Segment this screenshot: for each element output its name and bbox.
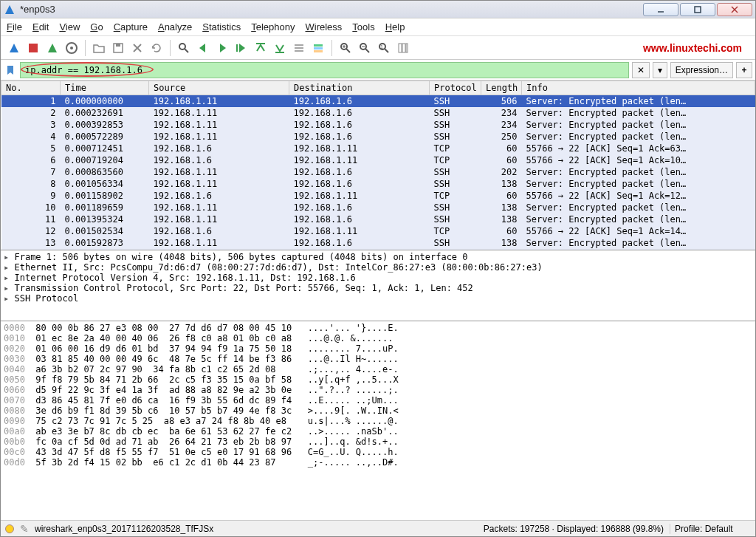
svg-rect-33	[402, 44, 405, 52]
menu-go[interactable]: Go	[90, 21, 103, 33]
menu-wireless[interactable]: Wireless	[306, 21, 343, 33]
colorize-icon[interactable]	[309, 39, 327, 57]
svg-line-23	[346, 49, 350, 52]
column-header[interactable]: Source	[149, 81, 289, 95]
menu-view[interactable]: View	[59, 21, 80, 33]
go-last-icon[interactable]	[271, 39, 289, 57]
svg-rect-19	[314, 44, 323, 47]
open-file-icon[interactable]	[90, 39, 108, 57]
close-file-icon[interactable]	[128, 39, 146, 57]
detail-line[interactable]: SSH Protocol	[4, 293, 752, 304]
reload-file-icon[interactable]	[148, 39, 165, 57]
external-link[interactable]: www.linuxtechi.com	[643, 42, 751, 54]
titlebar: *enp0s3	[1, 1, 755, 18]
detail-line[interactable]: Transmission Control Protocol, Src Port:…	[4, 283, 752, 293]
zoom-reset-icon[interactable]: 1	[375, 39, 393, 57]
detail-line[interactable]: Internet Protocol Version 4, Src: 192.16…	[4, 273, 752, 283]
expression-button[interactable]: Expression…	[670, 62, 733, 78]
menu-tools[interactable]: Tools	[352, 21, 374, 33]
svg-rect-4	[29, 44, 38, 52]
packet-row[interactable]: 80.001056334192.168.1.11192.168.1.6SSH13…	[1, 178, 755, 190]
bookmark-icon[interactable]	[4, 64, 17, 77]
save-file-icon[interactable]	[109, 39, 127, 57]
status-packets: Packets: 197258 · Displayed: 196888 (99.…	[484, 524, 664, 534]
hex-view[interactable]: 0000 80 00 0b 86 27 e3 08 00 27 7d d6 d7…	[1, 321, 755, 520]
menu-help[interactable]: Help	[385, 21, 405, 33]
packet-row[interactable]: 20.000232691192.168.1.11192.168.1.6SSH23…	[1, 107, 755, 119]
svg-point-6	[70, 47, 73, 49]
packet-row[interactable]: 50.000712451192.168.1.6192.168.1.11TCP60…	[1, 143, 755, 154]
close-button[interactable]	[717, 3, 752, 16]
column-header[interactable]: Protocol	[430, 81, 481, 95]
status-profile[interactable]: Profile: Default	[670, 524, 751, 534]
column-header[interactable]: Time	[61, 81, 149, 95]
window-title: *enp0s3	[20, 4, 643, 15]
packet-row[interactable]: 40.000572289192.168.1.11192.168.1.6SSH25…	[1, 131, 755, 143]
jump-to-packet-icon[interactable]	[233, 39, 250, 57]
zoom-in-icon[interactable]	[337, 39, 354, 57]
detail-line[interactable]: Frame 1: 506 bytes on wire (4048 bits), …	[4, 252, 752, 262]
find-packet-icon[interactable]	[175, 39, 193, 57]
svg-rect-20	[314, 47, 323, 49]
packet-row[interactable]: 110.001395324192.168.1.11192.168.1.6SSH1…	[1, 213, 755, 225]
zoom-out-icon[interactable]	[356, 39, 374, 57]
capture-options-icon[interactable]	[63, 39, 80, 57]
menu-edit[interactable]: Edit	[32, 21, 49, 33]
packet-row[interactable]: 60.000719204192.168.1.6192.168.1.11TCP60…	[1, 154, 755, 166]
packet-row[interactable]: 30.000392853192.168.1.11192.168.1.6SSH23…	[1, 119, 755, 131]
column-header[interactable]: Length	[481, 81, 522, 95]
packet-row[interactable]: 10.000000000192.168.1.11192.168.1.6SSH50…	[1, 95, 755, 108]
svg-rect-1	[695, 7, 701, 13]
go-back-icon[interactable]	[194, 39, 212, 57]
minimize-button[interactable]	[643, 3, 678, 16]
maximize-button[interactable]	[680, 3, 715, 16]
display-filter-input[interactable]	[20, 62, 629, 78]
svg-line-27	[365, 49, 369, 52]
app-icon	[4, 4, 16, 16]
packet-row[interactable]: 70.000863560192.168.1.11192.168.1.6SSH20…	[1, 166, 755, 178]
toolbar: 1 www.linuxtechi.com	[1, 36, 755, 60]
app-window: *enp0s3 FileEditViewGoCaptureAnalyzeStat…	[0, 0, 756, 537]
stop-capture-icon[interactable]	[24, 39, 42, 57]
svg-line-30	[385, 49, 388, 52]
column-header[interactable]: Destination	[289, 81, 430, 95]
svg-point-11	[179, 44, 185, 49]
packet-row[interactable]: 90.001158902192.168.1.6192.168.1.11TCP60…	[1, 190, 755, 202]
svg-rect-8	[116, 44, 120, 47]
packet-details[interactable]: Frame 1: 506 bytes on wire (4048 bits), …	[1, 250, 755, 321]
column-header[interactable]: Info	[522, 81, 755, 95]
packet-row[interactable]: 120.001502534192.168.1.6192.168.1.11TCP6…	[1, 225, 755, 237]
clear-filter-button[interactable]: ✕	[632, 62, 650, 78]
edit-capture-comment-icon[interactable]: ✎	[20, 523, 29, 535]
svg-rect-32	[399, 44, 402, 52]
packet-row[interactable]: 100.001189659192.168.1.11192.168.1.6SSH1…	[1, 202, 755, 213]
menu-statistics[interactable]: Statistics	[202, 21, 241, 33]
expert-info-icon[interactable]	[5, 524, 14, 533]
go-first-icon[interactable]	[252, 39, 269, 57]
svg-rect-34	[406, 44, 408, 52]
apply-filter-dropdown[interactable]: ▾	[653, 62, 667, 78]
start-capture-icon[interactable]	[5, 39, 23, 57]
svg-line-12	[185, 49, 188, 52]
go-forward-icon[interactable]	[213, 39, 231, 57]
restart-capture-icon[interactable]	[44, 39, 61, 57]
svg-rect-21	[314, 50, 323, 52]
menu-capture[interactable]: Capture	[114, 21, 148, 33]
autoscroll-icon[interactable]	[290, 39, 308, 57]
menubar: FileEditViewGoCaptureAnalyzeStatisticsTe…	[1, 18, 755, 36]
filterbar: ✕ ▾ Expression… +	[1, 60, 755, 81]
menu-analyze[interactable]: Analyze	[158, 21, 192, 33]
column-header[interactable]: No.	[1, 81, 61, 95]
svg-text:1: 1	[380, 44, 383, 49]
add-filter-button[interactable]: +	[736, 62, 752, 78]
menu-file[interactable]: File	[7, 21, 22, 33]
statusbar: ✎ wireshark_enp0s3_20171126203528_TfFJSx…	[1, 520, 755, 536]
status-file: wireshark_enp0s3_20171126203528_TfFJSx	[35, 524, 478, 534]
menu-telephony[interactable]: Telephony	[251, 21, 295, 33]
resize-columns-icon[interactable]	[394, 39, 412, 57]
packet-row[interactable]: 130.001592873192.168.1.11192.168.1.6SSH1…	[1, 237, 755, 249]
detail-line[interactable]: Ethernet II, Src: PcsCompu_7d:d6:d7 (08:…	[4, 262, 752, 273]
packet-list[interactable]: No.TimeSourceDestinationProtocolLengthIn…	[1, 81, 755, 250]
